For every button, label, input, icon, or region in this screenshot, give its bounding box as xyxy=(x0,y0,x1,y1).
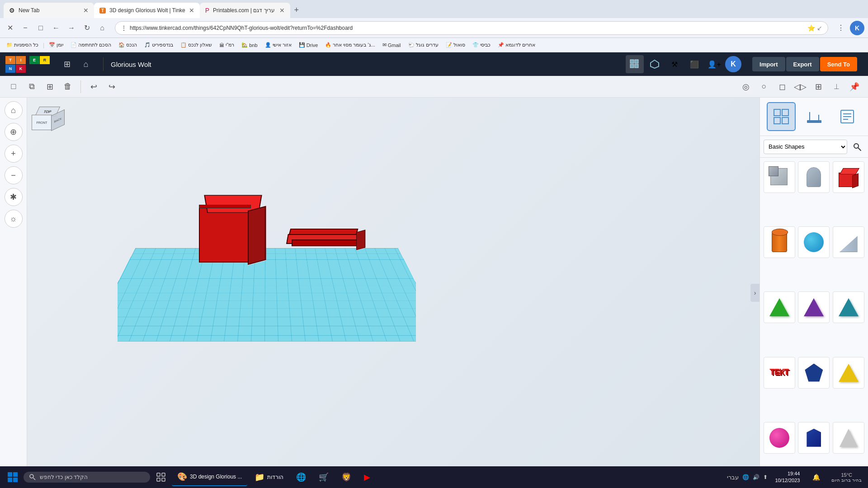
nav-extensions[interactable]: ⋮ xyxy=(835,22,847,34)
header-home-icon[interactable]: ⌂ xyxy=(78,56,94,72)
bookmark-flocks[interactable]: 🐑עדרים גוגל xyxy=(406,41,441,49)
toolbar-copy[interactable]: ⧉ xyxy=(24,79,40,95)
bookmark-gmail[interactable]: ✉Gmail xyxy=(380,41,404,49)
bookmark-laundry[interactable]: 👕כביסי xyxy=(470,41,493,49)
shape-text-3d[interactable]: ТЕКТ xyxy=(764,357,795,389)
bookmark-all[interactable]: 📁כל הסימניות xyxy=(4,41,41,49)
taskbar-store[interactable]: 🛒 xyxy=(313,468,334,486)
start-button[interactable] xyxy=(4,468,22,486)
import-button[interactable]: Import xyxy=(752,57,785,71)
shape-prism-blue[interactable] xyxy=(798,422,830,454)
bookmark-bnb[interactable]: 🏡bnb xyxy=(239,41,260,49)
nav-maximize[interactable]: □ xyxy=(34,22,47,34)
bookmark-soal[interactable]: 📝סואול xyxy=(443,41,468,49)
toolbar-camera[interactable]: ◎ xyxy=(738,79,754,95)
view-sim-icon[interactable]: ⬛ xyxy=(685,55,703,73)
send-to-button[interactable]: Send To xyxy=(820,57,857,71)
taskbar-battery[interactable]: ⬆ xyxy=(763,474,768,480)
tab-3[interactable]: P Printables.com | עריך דגם ✕ xyxy=(200,3,290,18)
taskbar-wifi[interactable]: 🌐 xyxy=(742,474,749,480)
toolbar-delete[interactable]: 🗑 xyxy=(60,79,76,95)
taskbar-edge[interactable]: 🌐 xyxy=(291,468,311,486)
toolbar-new[interactable]: □ xyxy=(5,79,22,95)
user-avatar[interactable]: K xyxy=(725,56,741,72)
shape-search-button[interactable] xyxy=(850,140,864,154)
toolbar-redo[interactable]: ↪ xyxy=(104,79,120,95)
shape-box-solid[interactable] xyxy=(833,161,864,193)
taskbar-brave[interactable]: 🦁 xyxy=(336,468,357,486)
bookmark-personal[interactable]: 👤אזור אישי xyxy=(262,41,294,49)
shape-cylinder-hole[interactable] xyxy=(798,161,830,193)
add-user-icon[interactable]: 👤+ xyxy=(705,55,723,73)
shape-cone-gray[interactable] xyxy=(833,422,864,454)
shape-cylinder[interactable] xyxy=(764,226,795,258)
shape-triangle-yellow[interactable] xyxy=(833,357,864,389)
address-bar[interactable]: ⋮ https://www.tinkercad.com/things/642Cp… xyxy=(115,21,828,35)
tab-2-close[interactable]: ✕ xyxy=(189,7,194,14)
view-3d-icon[interactable] xyxy=(646,55,664,73)
toolbar-align[interactable]: ◻ xyxy=(774,79,790,95)
nav-home[interactable]: ⌂ xyxy=(96,22,108,34)
nav-forward[interactable]: → xyxy=(65,22,78,34)
task-view-button[interactable] xyxy=(152,468,170,486)
sidebar-zoom-fit[interactable]: ⊕ xyxy=(5,123,23,141)
bookmark-lag-baomer[interactable]: 🔥ג' בעומר מסוי אחר... xyxy=(322,41,377,49)
shape-category-select[interactable]: Basic Shapes xyxy=(764,140,847,154)
view-grid-icon[interactable] xyxy=(626,55,644,73)
bookmark-questionnaire[interactable]: 📋שאלון לנכס xyxy=(178,41,215,49)
toolbar-undo[interactable]: ↩ xyxy=(85,79,102,95)
nav-refresh[interactable]: ↻ xyxy=(80,22,93,34)
bookmark-contract[interactable]: 📄הסכם לתחתימה xyxy=(68,41,114,49)
tab-1-close[interactable]: ✕ xyxy=(83,7,89,14)
shape-sphere-pink[interactable] xyxy=(764,422,795,454)
tab-3-close[interactable]: ✕ xyxy=(279,7,285,14)
shape-sphere[interactable] xyxy=(798,226,830,258)
shape-pyramid-green[interactable] xyxy=(764,291,795,323)
toolbar-group[interactable]: ⊞ xyxy=(42,79,58,95)
toolbar-measure[interactable]: ⟂ xyxy=(828,79,844,95)
toolbar-notes[interactable]: 📌 xyxy=(846,79,863,95)
taskbar-search[interactable]: הקלד כאן כדי לחפש xyxy=(24,472,150,483)
tab-1[interactable]: ⚙ New Tab ✕ xyxy=(4,3,94,18)
sidebar-zoom-out[interactable]: − xyxy=(5,166,23,184)
new-tab-button[interactable]: + xyxy=(290,4,303,16)
sidebar-settings[interactable]: ✱ xyxy=(5,188,23,206)
panel-mode-shapes[interactable] xyxy=(767,102,796,131)
shape-pyramid-purple[interactable] xyxy=(798,291,830,323)
taskbar-youtube[interactable]: ▶ xyxy=(359,468,376,486)
toolbar-mirror[interactable]: ◁▷ xyxy=(792,79,808,95)
panel-mode-notes[interactable] xyxy=(833,102,862,131)
profile-avatar[interactable]: K xyxy=(850,21,864,35)
tab-2[interactable]: T 3D design Glorious Wolt | Tinke ✕ xyxy=(94,3,200,18)
bookmark-diary[interactable]: 📅יומן xyxy=(46,41,66,49)
taskbar-active-app[interactable]: 🎨 3D design Glorious ... xyxy=(172,468,247,486)
nav-close[interactable]: ✕ xyxy=(4,22,16,34)
shape-wedge[interactable] xyxy=(833,226,864,258)
toolbar-light[interactable]: ○ xyxy=(756,79,772,95)
shape-pyramid-teal[interactable] xyxy=(833,291,864,323)
panel-collapse-arrow[interactable]: › xyxy=(750,284,760,302)
taskbar-weather[interactable]: 15°C בהיר ברוב היום xyxy=(829,472,864,483)
panel-mode-measure[interactable] xyxy=(800,102,829,131)
nav-minimize[interactable]: − xyxy=(19,22,32,34)
sidebar-help[interactable]: ☼ xyxy=(5,210,23,228)
bookmark-remi[interactable]: 🏛רמ"י xyxy=(217,41,237,49)
taskbar-sound[interactable]: 🔊 xyxy=(753,474,760,480)
toolbar-grid[interactable]: ⊞ xyxy=(810,79,826,95)
header-grid-icon[interactable]: ⊞ xyxy=(59,56,75,72)
notification-center[interactable]: 🔔 xyxy=(807,468,825,486)
nav-back[interactable]: ← xyxy=(50,22,62,34)
bookmark-asset[interactable]: 🏠הנכס xyxy=(116,41,140,49)
bookmark-others[interactable]: 📌אחרים לדוגמא xyxy=(495,41,538,49)
view-build-icon[interactable]: ⚒ xyxy=(665,55,684,73)
taskbar-file-explorer[interactable]: 📁 הורדות xyxy=(249,468,289,486)
sidebar-home[interactable]: ⌂ xyxy=(5,101,23,119)
sidebar-zoom-in[interactable]: + xyxy=(5,145,23,163)
shape-gem[interactable] xyxy=(798,357,830,389)
export-button[interactable]: Export xyxy=(786,57,819,71)
shape-box-hole[interactable] xyxy=(764,161,795,193)
view-cube[interactable]: TOP FRONT BACK xyxy=(32,107,68,143)
bookmark-bandspirit[interactable]: 🎵בנדספיריט xyxy=(142,41,176,49)
bookmark-drive[interactable]: 💾Drive xyxy=(296,41,321,49)
viewport[interactable]: TOP FRONT BACK › xyxy=(27,98,760,488)
